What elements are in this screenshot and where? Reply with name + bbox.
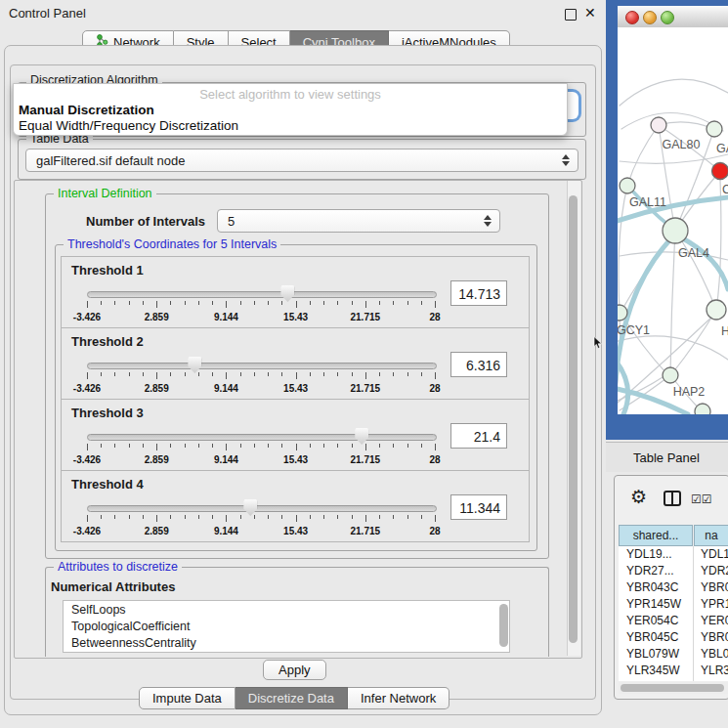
network-node-gal11[interactable] <box>620 178 635 193</box>
horizontal-scrollbar[interactable] <box>619 682 728 694</box>
slider-tick <box>226 444 227 450</box>
slider-track[interactable] <box>87 291 437 298</box>
attributes-list-scrollbar-thumb[interactable] <box>499 604 508 647</box>
slider-axis-label: 9.144 <box>214 312 238 322</box>
slider-tick <box>296 444 297 450</box>
network-node-label: GAL4 <box>678 246 709 260</box>
slider-axis-label: 28 <box>429 526 440 536</box>
split-columns-icon[interactable] <box>664 491 681 510</box>
network-node-gal80[interactable] <box>651 117 666 133</box>
slider-tick <box>254 372 255 376</box>
slider-tick <box>114 515 115 519</box>
tab-impute-data-label: Impute Data <box>152 691 222 706</box>
algorithm-option-equal-width[interactable]: Equal Width/Frequency Discretization <box>19 118 238 133</box>
slider-track[interactable] <box>87 505 437 512</box>
slider-tick <box>421 515 422 519</box>
slider-tick <box>198 301 199 305</box>
attributes-list[interactable]: SelfLoopsTopologicalCoefficientBetweenne… <box>63 600 510 653</box>
horizontal-scrollbar-thumb[interactable] <box>621 684 724 692</box>
threshold-value-field[interactable]: 11.344 <box>450 494 507 520</box>
network-node-hap2[interactable] <box>663 367 678 383</box>
slider-tick <box>129 444 130 448</box>
slider-tick <box>156 444 157 450</box>
minimize-traffic-light[interactable] <box>643 11 657 24</box>
network-node[interactable] <box>695 404 710 414</box>
table-row[interactable]: YBL079WYBL0 <box>619 646 728 663</box>
number-of-intervals-combobox[interactable]: 5 <box>217 209 500 233</box>
threshold-value-field[interactable]: 14.713 <box>450 280 507 306</box>
threshold-row-1: Threshold 1-3.4262.8599.14415.4321.71528… <box>61 256 530 328</box>
table-row[interactable]: YDR27...YDR2 <box>619 563 728 579</box>
checkboxes-icon[interactable]: ☑☑ <box>691 492 712 506</box>
slider-tick <box>87 444 88 450</box>
table-row[interactable]: YBR045CYBR0 <box>619 629 728 646</box>
slider-tick <box>254 444 255 448</box>
slider-tick <box>393 372 394 376</box>
slider-thumb[interactable] <box>188 357 201 373</box>
network-node-gal4[interactable] <box>663 218 688 243</box>
slider-tick <box>87 301 88 308</box>
attribute-item[interactable]: BetweennessCentrality <box>71 636 196 650</box>
slider[interactable]: -3.4262.8599.14415.4321.71528 <box>87 282 435 325</box>
slider-thumb[interactable] <box>280 285 294 302</box>
float-window-icon[interactable] <box>565 9 577 21</box>
slider[interactable]: -3.4262.8599.14415.4321.71528 <box>87 354 435 397</box>
table-row[interactable]: YBR043CYBR0 <box>619 579 728 596</box>
threshold-value-field[interactable]: 6.316 <box>450 352 507 377</box>
algorithm-option-manual[interactable]: Manual Discretization <box>19 103 154 117</box>
zoom-traffic-light[interactable] <box>661 11 674 24</box>
slider-track[interactable] <box>87 434 437 441</box>
slider-thumb[interactable] <box>355 428 368 445</box>
slider-tick <box>156 301 157 308</box>
cell-shared-name: YDR27... <box>626 563 695 579</box>
cell-name: YER0 <box>701 613 728 629</box>
slider[interactable]: -3.4262.8599.14415.4321.71528 <box>87 496 435 539</box>
close-icon[interactable]: ✕ <box>584 5 596 21</box>
table-row[interactable]: YLR345WYLR3 <box>619 663 728 679</box>
slider-tick <box>393 301 394 305</box>
slider[interactable]: -3.4262.8599.14415.4321.71528 <box>87 425 435 468</box>
network-window-titlebar[interactable] <box>618 6 728 28</box>
network-node-gcy1[interactable] <box>618 305 627 321</box>
slider-track[interactable] <box>87 363 437 369</box>
table-row[interactable]: YIL052CYIL0 <box>619 679 728 681</box>
slider-tick <box>185 301 186 305</box>
algorithm-hint-option[interactable]: Select algorithm to view settings <box>14 87 567 102</box>
slider-tick <box>226 515 227 522</box>
table-data-combobox[interactable]: galFiltered.sif default node <box>25 149 578 172</box>
tab-discretize-data[interactable]: Discretize Data <box>236 687 348 709</box>
column-header-shared[interactable]: shared... <box>619 525 693 546</box>
close-traffic-light[interactable] <box>625 11 639 24</box>
slider-tick <box>310 301 311 305</box>
network-node[interactable] <box>707 300 726 320</box>
threshold-label: Threshold 2 <box>71 334 144 349</box>
slider-tick <box>323 372 324 376</box>
network-canvas[interactable]: GAL80GAGAL11CGAL4GCY1HHAP2 <box>618 27 728 414</box>
slider-tick <box>281 301 282 305</box>
table-row[interactable]: YDL19...YDL1 <box>619 546 728 563</box>
slider-axis-label: 21.715 <box>351 454 381 465</box>
slider-axis-label: 2.859 <box>145 383 169 394</box>
network-node[interactable] <box>707 121 722 137</box>
threshold-value-field[interactable]: 21.4 <box>450 423 507 449</box>
network-edge <box>620 154 728 163</box>
cell-name: YIL0 <box>701 679 728 681</box>
apply-button[interactable]: Apply <box>263 660 326 680</box>
table-row[interactable]: YPR145WYPR1 <box>619 596 728 613</box>
network-node[interactable] <box>712 163 728 180</box>
attribute-item[interactable]: SelfLoops <box>71 603 126 617</box>
tab-impute-data[interactable]: Impute Data <box>139 687 236 709</box>
slider-tick <box>323 515 324 519</box>
slider-tick <box>129 372 130 376</box>
slider-tick <box>365 515 366 522</box>
column-header-name[interactable]: na <box>694 525 728 546</box>
slider-tick <box>129 515 130 519</box>
slider-tick <box>379 372 380 376</box>
slider-thumb[interactable] <box>243 499 257 516</box>
tab-infer-network[interactable]: Infer Network <box>348 687 450 709</box>
vertical-scrollbar-thumb[interactable] <box>569 195 578 643</box>
slider-tick <box>296 301 297 308</box>
attribute-item[interactable]: TopologicalCoefficient <box>71 620 190 633</box>
gear-icon[interactable]: ⚙ <box>630 488 647 506</box>
table-row[interactable]: YER054CYER0 <box>619 613 728 629</box>
